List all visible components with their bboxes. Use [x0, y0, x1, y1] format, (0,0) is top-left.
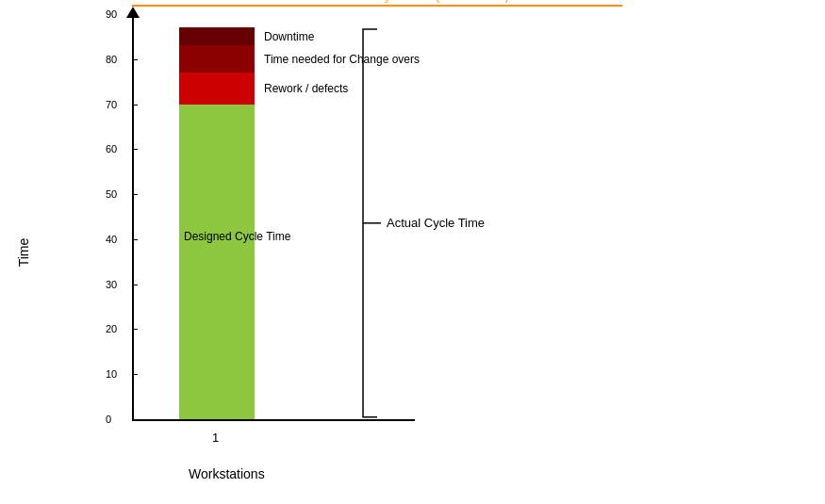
max-allowable-line [132, 5, 622, 7]
bar-designed [179, 105, 255, 419]
tick-line-20 [132, 329, 138, 330]
tick-line-0 [132, 419, 138, 420]
label-rework: Rework / defects [264, 82, 348, 95]
tick-label-70: 70 [106, 99, 129, 110]
actual-cycle-time-label: Actual Cycle Time [387, 216, 485, 230]
tick-label-50: 50 [106, 188, 129, 200]
tick-label-20: 20 [106, 323, 129, 334]
tick-label-40: 40 [106, 234, 129, 245]
tick-label-0: 0 [106, 414, 129, 425]
x-axis [132, 419, 415, 421]
x-axis-title: Workstations [189, 466, 265, 481]
label-changeover: Time needed for Change overs [264, 53, 420, 66]
tick-label-60: 60 [106, 143, 129, 154]
workstation-number: 1 [212, 431, 219, 445]
tick-label-30: 30 [106, 279, 129, 290]
tick-line-10 [132, 374, 138, 375]
tick-line-70 [132, 105, 138, 106]
max-allowable-label: Maximum Allowable Cycle Time (92- 95% Ta… [273, 0, 509, 3]
y-axis [132, 14, 134, 419]
label-designed: Designed Cycle Time [184, 230, 290, 243]
tick-line-30 [132, 285, 138, 285]
tick-line-80 [132, 59, 138, 60]
bar-downtime [179, 27, 255, 45]
tick-line-50 [132, 194, 138, 195]
tick-line-40 [132, 239, 138, 240]
y-axis-label: Time [16, 237, 31, 267]
bar-rework [179, 73, 255, 104]
bar-changeover [179, 45, 255, 73]
tick-line-60 [132, 149, 138, 150]
tick-line-90 [132, 14, 138, 15]
tick-label-90: 90 [106, 8, 129, 20]
actual-cycle-time-bracket [349, 27, 382, 419]
label-downtime: Downtime [264, 30, 314, 43]
tick-label-80: 80 [106, 54, 129, 65]
tick-label-10: 10 [106, 368, 129, 380]
